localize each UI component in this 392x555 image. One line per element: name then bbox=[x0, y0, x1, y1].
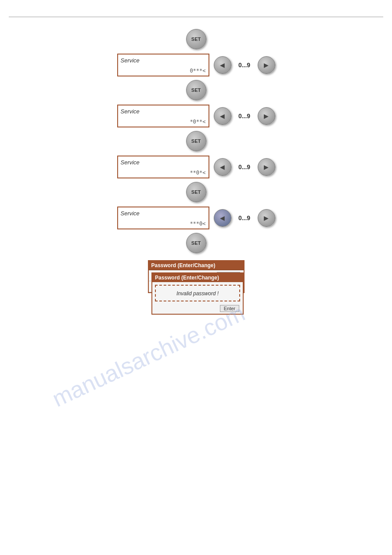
service-value-4: ***0< bbox=[190, 221, 205, 227]
error-message: Invalid password ! bbox=[176, 290, 219, 297]
range-label-4: 0...9 bbox=[236, 214, 253, 221]
right-arrow-2[interactable]: ▶ bbox=[258, 107, 275, 125]
service-label-3: Service bbox=[121, 159, 140, 166]
service-input-3: Service **0*< bbox=[117, 156, 209, 178]
set-button-4[interactable]: SET bbox=[186, 182, 206, 202]
range-label-3: 0...9 bbox=[236, 163, 253, 170]
service-row-3: Service **0*< ◀ 0...9 ▶ bbox=[117, 156, 275, 178]
service-value-1: 0***< bbox=[190, 68, 205, 74]
service-row-4: Service ***0< ◀ 0...9 ▶ bbox=[117, 207, 275, 229]
service-label-2: Service bbox=[121, 108, 140, 115]
range-label-1: 0...9 bbox=[236, 62, 253, 69]
service-value-3: **0*< bbox=[190, 170, 205, 176]
service-input-4: Service ***0< bbox=[117, 207, 209, 229]
left-arrow-4[interactable]: ◀ bbox=[214, 209, 231, 227]
password-dialog-title: Password (Enter/Change) bbox=[149, 261, 244, 270]
set-button-2[interactable]: SET bbox=[186, 80, 206, 100]
service-input-2: Service *0**< bbox=[117, 105, 209, 127]
range-label-2: 0...9 bbox=[236, 112, 253, 120]
watermark: manualsarchive.com bbox=[48, 300, 249, 412]
service-label-1: Service bbox=[121, 57, 140, 64]
error-content: Invalid password ! bbox=[155, 285, 240, 301]
main-container: SET Service 0***< ◀ 0...9 ▶ SET Service … bbox=[0, 26, 392, 293]
password-error-title: Password (Enter/Change) bbox=[152, 273, 243, 282]
set-button-3[interactable]: SET bbox=[186, 131, 206, 151]
service-label-4: Service bbox=[121, 210, 140, 217]
top-divider bbox=[9, 17, 383, 17]
right-arrow-4[interactable]: ▶ bbox=[258, 209, 275, 227]
enter-row: Enter bbox=[152, 304, 243, 314]
service-value-2: *0**< bbox=[190, 119, 205, 125]
left-arrow-1[interactable]: ◀ bbox=[214, 56, 231, 74]
right-arrow-1[interactable]: ▶ bbox=[258, 56, 275, 74]
service-input-1: Service 0***< bbox=[117, 54, 209, 76]
right-arrow-3[interactable]: ▶ bbox=[258, 158, 275, 176]
set-button-5[interactable]: SET bbox=[186, 233, 206, 253]
password-error-dialog: Password (Enter/Change) Invalid password… bbox=[151, 272, 244, 315]
service-row-2: Service *0**< ◀ 0...9 ▶ bbox=[117, 105, 275, 127]
service-row-1: Service 0***< ◀ 0...9 ▶ bbox=[117, 54, 275, 76]
set-button-1[interactable]: SET bbox=[186, 29, 206, 49]
left-arrow-2[interactable]: ◀ bbox=[214, 107, 231, 125]
left-arrow-3[interactable]: ◀ bbox=[214, 158, 231, 176]
enter-button[interactable]: Enter bbox=[220, 305, 239, 312]
